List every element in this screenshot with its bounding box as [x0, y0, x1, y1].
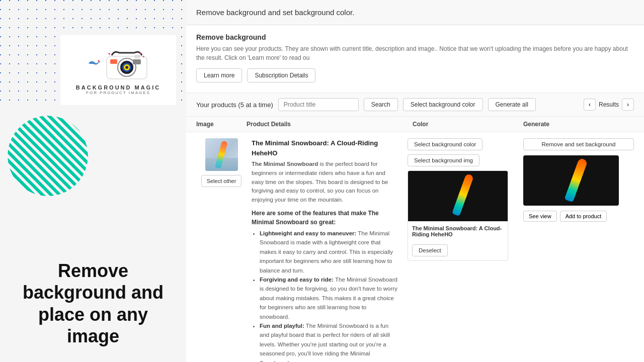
green-circle-decoration: [8, 116, 88, 196]
sidebar-hero-text: Remove background and place on any image: [15, 260, 171, 347]
products-label: Your products (5 at a time): [196, 101, 273, 109]
see-view-button[interactable]: See view: [523, 211, 557, 222]
preview-product-title: The Minimal Snowboard: A Cloud-Riding He…: [408, 221, 508, 241]
svg-text:♥: ♥: [139, 52, 141, 55]
feature-name-3: Fun and playful:: [260, 323, 304, 329]
svg-point-1: [99, 61, 100, 62]
select-other-button[interactable]: Select other: [201, 175, 242, 187]
section-buttons: Learn more Subscription Details: [196, 68, 634, 82]
toolbar: Your products (5 at a time) Search Selec…: [186, 93, 644, 117]
svg-rect-8: [110, 59, 117, 64]
product-details-col: The Minimal Snowboard: A Cloud-Riding He…: [252, 138, 403, 362]
product-image-col: Select other: [196, 138, 247, 187]
search-button[interactable]: Search: [364, 98, 398, 111]
col-image-header: Image: [196, 121, 247, 128]
preview-card: The Minimal Snowboard: A Cloud-Riding He…: [408, 170, 508, 261]
svg-rect-9: [134, 55, 140, 58]
generate-snowboard-shape: [564, 158, 588, 203]
sidebar: ♥ ♥ ♥ BACKGROUND MAGIC FOR PRODUCT IMAGE…: [0, 0, 186, 362]
svg-rect-10: [133, 59, 141, 64]
list-item: Lightweight and easy to maneuver: The Mi…: [260, 229, 397, 275]
table-row: Select other The Minimal Snowboard: A Cl…: [186, 132, 644, 362]
list-item: Forgiving and easy to ride: The Minimal …: [260, 275, 397, 321]
main-content: Remove background and set background col…: [186, 0, 644, 362]
col-generate-header: Generate: [523, 121, 634, 128]
subscription-details-button[interactable]: Subscription Details: [247, 68, 315, 82]
product-features-heading: Here are some of the features that make …: [252, 209, 397, 227]
product-desc-intro: The Minimal Snowboard: [252, 161, 318, 167]
logo-icon-area: ♥ ♥ ♥: [88, 45, 149, 80]
section-title: Remove background: [196, 33, 634, 41]
search-input[interactable]: [278, 98, 359, 111]
camera-icon: ♥ ♥ ♥: [104, 45, 149, 80]
list-item: Fun and playful: The Minimal Snowboard i…: [260, 321, 397, 362]
prev-page-button[interactable]: ‹: [584, 99, 596, 111]
select-bg-color-toolbar-button[interactable]: Select background color: [403, 98, 483, 111]
add-to-product-button[interactable]: Add to product: [560, 211, 607, 222]
svg-text:♥: ♥: [142, 55, 144, 58]
section-desc: Here you can see your products. They are…: [196, 44, 634, 62]
select-bg-img-button[interactable]: Select background img: [408, 154, 479, 166]
logo-brand-text: BACKGROUND MAGIC: [76, 84, 160, 90]
pagination: ‹ Results ›: [584, 99, 634, 111]
generate-all-button[interactable]: Generate all: [488, 98, 536, 111]
svg-point-7: [125, 66, 128, 69]
page-header: Remove background and set background col…: [186, 0, 644, 25]
feature-name-1: Lightweight and easy to maneuver:: [260, 230, 356, 236]
product-thumbnail: [205, 138, 238, 171]
logo-sub-text: FOR PRODUCT IMAGES: [86, 90, 150, 95]
learn-more-button[interactable]: Learn more: [196, 68, 242, 82]
col-details-header: Product Details: [247, 121, 413, 128]
svg-text:♥: ♥: [108, 52, 111, 56]
deselect-button[interactable]: Deselect: [412, 244, 448, 256]
product-description: The Minimal Snowboard is the perfect boa…: [252, 160, 397, 205]
table-header: Image Product Details Color Generate: [186, 117, 644, 132]
product-title: The Minimal Snowboard: A Cloud-Riding He…: [252, 138, 397, 158]
remove-set-background-button[interactable]: Remove and set background: [523, 138, 634, 150]
feature-name-2: Forgiving and easy to ride:: [260, 277, 334, 283]
product-feature-list: Lightweight and easy to maneuver: The Mi…: [252, 229, 397, 362]
select-bg-color-button[interactable]: Select background color: [408, 138, 482, 150]
results-label: Results: [599, 101, 619, 108]
bird-icon: [88, 57, 102, 68]
product-desc-rest: is the perfect board for beginners or in…: [252, 161, 388, 203]
generate-preview: [523, 155, 619, 206]
col-color-header: Color: [413, 121, 523, 128]
svg-point-0: [98, 60, 99, 62]
next-page-button[interactable]: ›: [622, 99, 634, 111]
color-col: Select background color Select backgroun…: [408, 138, 518, 261]
logo-area: ♥ ♥ ♥ BACKGROUND MAGIC FOR PRODUCT IMAGE…: [60, 35, 176, 105]
preview-snowboard-shape: [452, 173, 474, 216]
page-title: Remove background and set background col…: [196, 8, 634, 17]
preview-actions: Deselect: [408, 241, 508, 260]
generate-action-buttons: See view Add to product: [523, 211, 634, 222]
preview-image: [408, 171, 508, 221]
generate-col: Remove and set background See view Add t…: [523, 138, 634, 222]
remove-bg-section: Remove background Here you can see your …: [186, 25, 644, 93]
